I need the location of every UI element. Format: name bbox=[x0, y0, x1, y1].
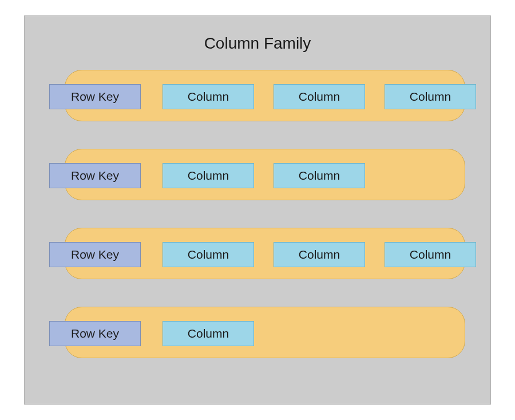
column-box: Column bbox=[274, 242, 365, 267]
columns-container: Column bbox=[163, 321, 254, 346]
column-box: Column bbox=[274, 163, 365, 188]
row-pill: Row KeyColumnColumnColumn bbox=[65, 70, 465, 121]
column-box: Column bbox=[274, 84, 365, 109]
column-box: Column bbox=[163, 84, 254, 109]
column-box: Column bbox=[163, 321, 254, 346]
column-box: Column bbox=[385, 242, 476, 267]
row-key-box: Row Key bbox=[49, 163, 141, 188]
column-family-diagram: Column Family Row KeyColumnColumnColumnR… bbox=[24, 15, 491, 405]
row-key-box: Row Key bbox=[49, 321, 141, 346]
diagram-title: Column Family bbox=[25, 16, 490, 58]
columns-container: ColumnColumnColumn bbox=[163, 84, 476, 109]
row-pill: Row KeyColumn bbox=[65, 307, 465, 358]
columns-container: ColumnColumn bbox=[163, 163, 365, 188]
row-key-box: Row Key bbox=[49, 242, 141, 267]
column-box: Column bbox=[163, 242, 254, 267]
rows-wrapper: Row KeyColumnColumnColumnRow KeyColumnCo… bbox=[25, 58, 490, 358]
row-pill: Row KeyColumnColumn bbox=[65, 149, 465, 200]
columns-container: ColumnColumnColumn bbox=[163, 242, 476, 267]
column-box: Column bbox=[385, 84, 476, 109]
row-key-box: Row Key bbox=[49, 84, 141, 109]
row-pill: Row KeyColumnColumnColumn bbox=[65, 228, 465, 279]
column-box: Column bbox=[163, 163, 254, 188]
